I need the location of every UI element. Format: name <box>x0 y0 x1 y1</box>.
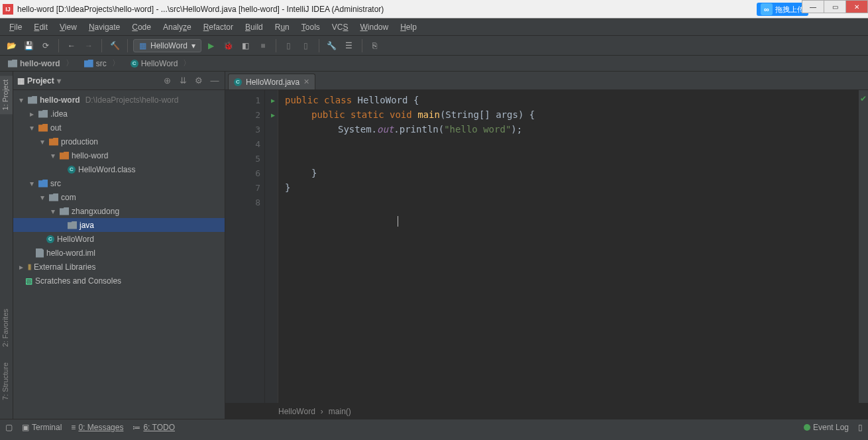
menu-navigate[interactable]: Navigate <box>83 21 125 34</box>
editor-tabs: C HelloWord.java ✕ <box>225 72 868 90</box>
debug-icon[interactable]: 🐞 <box>221 38 236 53</box>
status-square-icon[interactable]: ▢ <box>5 423 13 432</box>
folder-icon <box>38 110 48 118</box>
hide-icon[interactable]: — <box>209 75 221 87</box>
project-tree[interactable]: ▾hello-wordD:\IdeaProjects\hello-word ▸.… <box>13 90 225 419</box>
tree-zhang[interactable]: ▾zhangxudong <box>13 204 225 218</box>
toolbar: 📂 💾 ⟳ ← → 🔨 ▦ HelloWord ▾ ▶ 🐞 ◧ ■ ▯ ▯ 🔧 … <box>0 36 868 56</box>
menu-window[interactable]: Window <box>354 21 394 34</box>
messages-button[interactable]: ≡ 0: Messages <box>71 423 123 432</box>
structure-icon[interactable]: ☰ <box>342 38 356 53</box>
forward-icon[interactable]: → <box>81 38 96 53</box>
locate-icon[interactable]: ⊕ <box>161 75 173 87</box>
gear-icon[interactable]: ⚙ <box>193 75 205 87</box>
tab-favorites[interactable]: 2: Favorites <box>0 305 13 351</box>
tree-out[interactable]: ▾out <box>13 121 225 135</box>
back-icon[interactable]: ← <box>64 38 79 53</box>
menu-file[interactable]: File <box>4 21 27 34</box>
status-dot-icon <box>804 424 810 431</box>
class-icon: C <box>68 166 76 174</box>
os-titlebar: IJ hello-word [D:\IdeaProjects\hello-wor… <box>0 0 868 19</box>
tree-hw-java[interactable]: CHelloWord <box>13 232 225 246</box>
crumb-label: hello-word <box>20 59 60 68</box>
search-everywhere-icon[interactable]: ⎘ <box>368 38 382 53</box>
package-icon <box>68 221 77 229</box>
sdk-icon[interactable]: ▯ <box>299 38 313 53</box>
editor-tab[interactable]: C HelloWord.java ✕ <box>228 74 315 89</box>
window-title: hello-word [D:\IdeaProjects\hello-word] … <box>17 5 384 14</box>
library-icon: ⫴ <box>28 262 31 272</box>
folder-icon <box>38 180 48 188</box>
menu-analyze[interactable]: Analyze <box>158 21 197 34</box>
crumb-project[interactable]: hello-word 〉 <box>4 56 78 70</box>
run-icon[interactable]: ▶ <box>204 38 219 53</box>
event-log-button[interactable]: Event Log <box>804 423 849 432</box>
menubar: File Edit View Navigate Code Analyze Ref… <box>0 19 868 36</box>
folder-icon <box>49 138 58 146</box>
minimize-button[interactable]: — <box>802 0 824 13</box>
share-widget[interactable]: ∞ 拖拽上传 <box>757 3 808 16</box>
crumb-src[interactable]: src 〉 <box>80 56 124 70</box>
tree-scratch[interactable]: ▧Scratches and Consoles <box>13 274 225 288</box>
collapse-icon[interactable]: ⇊ <box>177 75 189 87</box>
editor-scrollbar[interactable]: ✔ <box>859 90 868 403</box>
menu-tools[interactable]: Tools <box>296 21 325 34</box>
run-gutter-icon[interactable]: ▶ <box>271 97 275 104</box>
project-tool-window: ▦ Project ▾ ⊕ ⇊ ⚙ — ▾hello-wordD:\IdeaPr… <box>13 72 225 419</box>
crumb-class[interactable]: C HelloWord 〉 <box>127 56 195 70</box>
run-config-select[interactable]: ▦ HelloWord ▾ <box>133 39 201 52</box>
crumb-label: HelloWord <box>141 59 178 68</box>
menu-edit[interactable]: Edit <box>28 21 53 34</box>
save-icon[interactable]: 💾 <box>21 38 36 53</box>
tree-root[interactable]: ▾hello-wordD:\IdeaProjects\hello-word <box>13 93 225 107</box>
wrench-icon[interactable]: 🔧 <box>325 38 339 53</box>
run-gutter-icon[interactable]: ▶ <box>271 111 275 119</box>
chevron-right-icon: 〉 <box>66 58 74 69</box>
line-2: 2▶ <box>225 107 264 122</box>
text-cursor <box>398 216 398 227</box>
refresh-icon[interactable]: ⟳ <box>38 38 53 53</box>
maximize-button[interactable]: ▭ <box>824 0 846 13</box>
editor: C HelloWord.java ✕ 1▶ 2▶ 3 4 5 6 7 8 pub… <box>225 72 868 419</box>
build-icon[interactable]: 🔨 <box>107 38 122 53</box>
tab-structure[interactable]: 7: Structure <box>0 358 13 404</box>
tree-iml[interactable]: hello-word.iml <box>13 246 225 260</box>
coverage-icon[interactable]: ◧ <box>239 38 253 53</box>
folder-icon <box>60 152 69 160</box>
terminal-button[interactable]: ▣ Terminal <box>22 423 62 432</box>
editor-breadcrumb: HelloWord › main() <box>225 403 868 419</box>
tree-com[interactable]: ▾com <box>13 190 225 204</box>
menu-run[interactable]: Run <box>270 21 295 34</box>
tree-src[interactable]: ▾src <box>13 176 225 190</box>
status-lock-icon[interactable]: ▯ <box>858 423 863 432</box>
tree-hw-class[interactable]: CHelloWord.class <box>13 162 225 176</box>
tab-project[interactable]: 1: Project <box>0 76 13 114</box>
chevron-right-icon: › <box>321 407 323 416</box>
close-button[interactable]: ✕ <box>845 0 868 13</box>
tree-hw-out[interactable]: ▾hello-word <box>13 148 225 162</box>
bc-method[interactable]: main() <box>329 407 351 416</box>
bc-class[interactable]: HelloWord <box>278 407 315 416</box>
line-3: 3 <box>225 122 264 137</box>
separator <box>101 39 102 52</box>
todo-button[interactable]: ≔ 6: TODO <box>133 423 175 432</box>
avd-icon[interactable]: ▯ <box>282 38 296 53</box>
menu-help[interactable]: Help <box>395 21 422 34</box>
chevron-right-icon: 〉 <box>112 58 120 69</box>
open-icon[interactable]: 📂 <box>4 38 19 53</box>
menu-vcs[interactable]: VCS <box>327 21 354 34</box>
class-icon: C <box>131 60 138 68</box>
menu-build[interactable]: Build <box>240 21 268 34</box>
stop-icon[interactable]: ■ <box>256 38 270 53</box>
menu-code[interactable]: Code <box>127 21 156 34</box>
close-tab-icon[interactable]: ✕ <box>303 78 309 86</box>
tree-production[interactable]: ▾production <box>13 135 225 148</box>
project-header-title[interactable]: ▦ Project ▾ <box>17 76 61 85</box>
folder-icon <box>28 96 37 104</box>
tree-ext-lib[interactable]: ▸⫴External Libraries <box>13 260 225 274</box>
tree-java-pkg[interactable]: java <box>13 218 225 232</box>
menu-refactor[interactable]: Refactor <box>198 21 239 34</box>
menu-view[interactable]: View <box>54 21 82 34</box>
tree-idea[interactable]: ▸.idea <box>13 107 225 121</box>
code-text[interactable]: public class HelloWord { public static v… <box>278 90 859 403</box>
